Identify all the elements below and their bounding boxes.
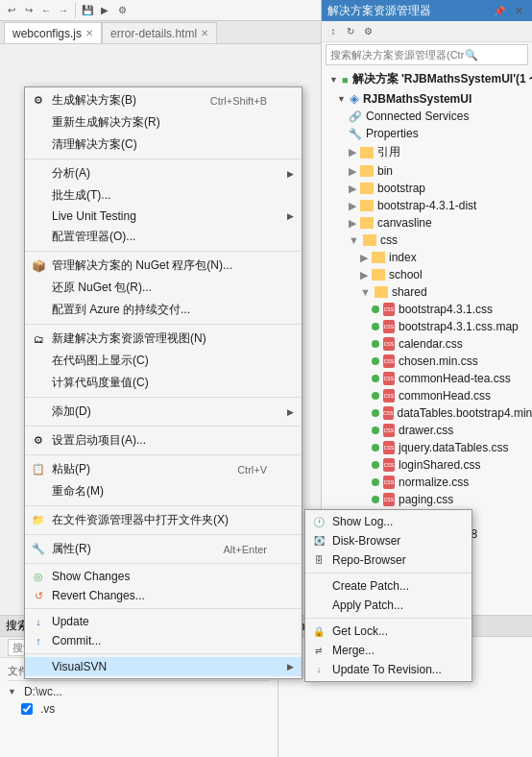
se-school-item[interactable]: ▶ school	[322, 266, 532, 283]
redo-icon[interactable]: ↪	[21, 3, 36, 18]
ctx-sep6	[25, 454, 302, 455]
submenu-get-lock[interactable]: 🔒 Get Lock...	[305, 622, 472, 641]
ctx-new-sln-explorer[interactable]: 🗂 新建解决方案资源管理视图(N)	[25, 328, 302, 350]
merge-icon: ⇌	[311, 643, 326, 658]
ctx-batch-build[interactable]: 批生成(T)...	[25, 184, 302, 207]
se-css-file-7[interactable]: css dataTables.bootstrap4.min.cs	[322, 404, 532, 422]
se-refs-item[interactable]: ▶ 引用	[322, 142, 532, 162]
se-sync-icon[interactable]: ↕	[326, 24, 341, 39]
se-root-item[interactable]: ▼ ■ 解决方案 'RJBMathsSystemUI'(1 个项目)	[322, 69, 532, 89]
se-css-file-5[interactable]: css commonHead-tea.css	[322, 370, 532, 387]
ctx-calc-code[interactable]: 计算代码度量值(C)	[25, 372, 302, 394]
search-icon[interactable]: 🔍	[465, 49, 478, 61]
tab-error-details-close[interactable]: ✕	[201, 28, 208, 38]
se-bootstrap431-label: bootstrap-4.3.1-dist	[377, 199, 476, 212]
ctx-sep2	[25, 251, 302, 252]
ctx-rebuild[interactable]: 重新生成解决方案(R)	[25, 111, 302, 134]
se-index-item[interactable]: ▶ index	[322, 249, 532, 266]
submenu-disk-browser[interactable]: 💽 Disk-Browser	[305, 531, 472, 550]
se-css-file-10[interactable]: css loginShared.css	[322, 456, 532, 474]
ctx-sep3	[25, 324, 302, 325]
se-bin-item[interactable]: ▶ bin	[322, 162, 532, 180]
back-icon[interactable]: ←	[38, 3, 54, 18]
tab-error-details-label: error-details.html	[110, 27, 197, 40]
tab-bar: webconfigs.js ✕ error-details.html ✕	[0, 21, 321, 44]
submenu-sep1	[305, 573, 472, 574]
se-css-file-12[interactable]: css paging.css	[322, 491, 532, 508]
pin-icon[interactable]: 📌	[492, 3, 507, 18]
se-css-file-4[interactable]: css chosen.min.css	[322, 353, 532, 370]
ctx-revert-changes[interactable]: ↺ Revert Changes...	[25, 586, 302, 605]
se-css-file-1-label: bootstrap4.3.1.css	[399, 303, 493, 316]
se-refresh-icon[interactable]: ↻	[343, 24, 358, 39]
ctx-restore-nuget[interactable]: 还原 NuGet 包(R)...	[25, 277, 302, 299]
se-css-item[interactable]: ▼ css	[322, 232, 532, 249]
search-input[interactable]	[330, 49, 465, 61]
ctx-open-folder[interactable]: 📁 在文件资源管理器中打开文件夹(X)	[25, 509, 302, 531]
tab-webconfigs-close[interactable]: ✕	[85, 28, 93, 38]
submenu-repo-browser[interactable]: 🗄 Repo-Browser	[305, 550, 472, 570]
save-icon[interactable]: 💾	[80, 3, 95, 18]
paste-icon: 📋	[31, 462, 46, 477]
tab-error-details[interactable]: error-details.html ✕	[102, 22, 217, 43]
ctx-azure-label: 配置到 Azure 的持续交付...	[52, 302, 282, 318]
ctx-build[interactable]: ⚙ 生成解决方案(B) Ctrl+Shift+B	[25, 89, 302, 111]
submenu-update-revision[interactable]: ↓ Update To Revision...	[305, 660, 472, 679]
ctx-add[interactable]: 添加(D)	[25, 401, 302, 423]
submenu-apply-patch[interactable]: Apply Patch...	[305, 596, 472, 615]
bp-tree-vs[interactable]: .vs	[8, 700, 270, 718]
revert-changes-icon: ↺	[31, 588, 46, 603]
undo-icon[interactable]: ↩	[4, 3, 19, 18]
ctx-update[interactable]: ↓ Update	[25, 612, 302, 631]
se-css-file-11[interactable]: css normalize.css	[322, 474, 532, 491]
ctx-show-code[interactable]: 在代码图上显示(C)	[25, 350, 302, 372]
se-settings-icon[interactable]: ⚙	[360, 24, 375, 39]
se-bin-label: bin	[377, 164, 393, 178]
ctx-config-mgr[interactable]: 配置管理器(O)...	[25, 226, 302, 248]
se-shared-item[interactable]: ▼ shared	[322, 283, 532, 301]
ctx-commit[interactable]: ↑ Commit...	[25, 631, 302, 650]
ctx-clean[interactable]: 清理解决方案(C)	[25, 134, 302, 156]
ctx-startup-label: 设置启动项目(A)...	[52, 432, 282, 449]
ctx-paste[interactable]: 📋 粘贴(P) Ctrl+V	[25, 458, 302, 480]
se-css-file-3-label: calendar.css	[399, 337, 463, 351]
solution-explorer-search[interactable]: 🔍	[326, 44, 528, 65]
ctx-live-unit[interactable]: Live Unit Testing	[25, 207, 302, 226]
debug-icon[interactable]: ▶	[97, 3, 112, 18]
submenu-show-log-label: Show Log...	[332, 515, 393, 528]
commit-icon: ↑	[31, 633, 46, 648]
bp-tree-root[interactable]: ▼ D:\wc...	[8, 683, 270, 700]
update-icon: ↓	[31, 614, 46, 629]
ctx-rename[interactable]: 重命名(M)	[25, 480, 302, 502]
submenu-create-patch[interactable]: Create Patch...	[305, 576, 472, 596]
se-css-file-1[interactable]: css bootstrap4.3.1.css	[322, 301, 532, 318]
top-toolbar: ↩ ↪ ← → 💾 ▶ ⚙	[0, 0, 321, 21]
ctx-azure[interactable]: 配置到 Azure 的持续交付...	[25, 299, 302, 321]
se-css-file-6[interactable]: css commonHead.css	[322, 387, 532, 404]
ctx-startup[interactable]: ⚙ 设置启动项目(A)...	[25, 429, 302, 452]
properties-icon: 🔧	[31, 542, 46, 557]
ctx-manage-nuget[interactable]: 📦 管理解决方案的 NuGet 程序包(N)...	[25, 255, 302, 277]
se-css-file-9[interactable]: css jquery.dataTables.css	[322, 439, 532, 456]
submenu-show-log[interactable]: 🕐 Show Log...	[305, 512, 472, 531]
se-connected-services[interactable]: 🔗 Connected Services	[322, 108, 532, 125]
se-css-file-8[interactable]: css drawer.css	[322, 422, 532, 439]
bp-tree-vs-checkbox[interactable]	[21, 703, 33, 715]
se-canvasline-item[interactable]: ▶ canvasline	[322, 214, 532, 232]
se-css-file-9-label: jquery.dataTables.css	[399, 441, 509, 454]
ctx-show-changes[interactable]: ◎ Show Changes	[25, 567, 302, 586]
se-bootstrap431-item[interactable]: ▶ bootstrap-4.3.1-dist	[322, 197, 532, 214]
se-css-file-3[interactable]: css calendar.css	[322, 335, 532, 353]
submenu-merge[interactable]: ⇌ Merge...	[305, 641, 472, 660]
se-bootstrap-item[interactable]: ▶ bootstrap	[322, 180, 532, 197]
settings-icon[interactable]: ⚙	[114, 3, 130, 18]
tab-webconfigs[interactable]: webconfigs.js ✕	[4, 22, 102, 43]
se-project-item[interactable]: ▼ ◈ RJBMathsSystemUI	[322, 89, 532, 108]
ctx-visualsvn[interactable]: VisualSVN 🕐 Show Log... 💽 Disk-Browser 🗄…	[25, 657, 302, 676]
close-icon[interactable]: ✕	[511, 3, 526, 18]
ctx-properties[interactable]: 🔧 属性(R) Alt+Enter	[25, 538, 302, 560]
forward-icon[interactable]: →	[56, 3, 71, 18]
ctx-analyze[interactable]: 分析(A)	[25, 162, 302, 184]
se-css-file-2[interactable]: css bootstrap4.3.1.css.map	[322, 318, 532, 335]
se-properties-item[interactable]: 🔧 Properties	[322, 125, 532, 142]
